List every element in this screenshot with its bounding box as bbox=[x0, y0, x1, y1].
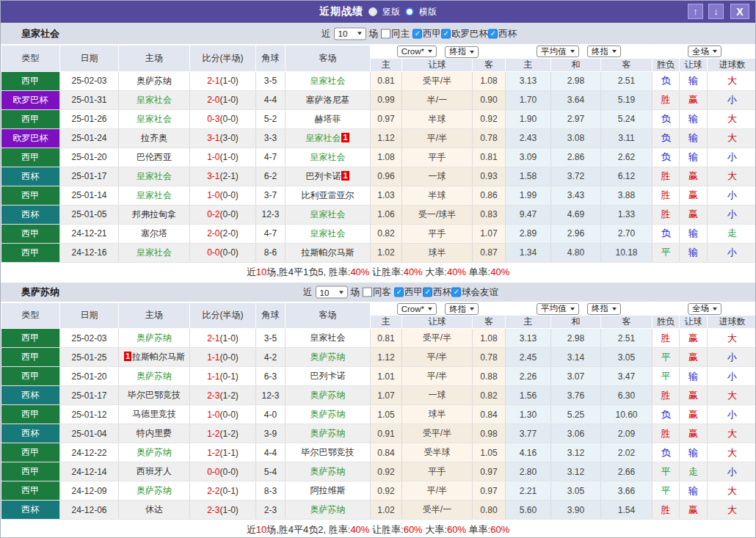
match-row: 西甲25-02-03奥萨苏纳2-1(1-0)3-5皇家社会0.81受平/半1.0… bbox=[1, 329, 756, 348]
home-team: 毕尔巴鄂竞技 bbox=[119, 386, 190, 405]
away-team-name: 毕尔巴鄂竞技 bbox=[302, 447, 355, 457]
match-date: 25-01-12 bbox=[60, 405, 119, 424]
same-venue-label: 同客 bbox=[373, 286, 391, 299]
odds-away: 0.80 bbox=[473, 501, 506, 520]
window-buttons: ↑ ↓ X bbox=[688, 4, 749, 19]
odds-away: 0.86 bbox=[473, 186, 506, 205]
avg-draw: 2.96 bbox=[551, 224, 601, 243]
odds-away: 0.92 bbox=[473, 109, 506, 128]
avg-draw: 3.07 bbox=[551, 367, 601, 386]
average-time-select[interactable]: 终指 bbox=[587, 303, 621, 315]
home-team: 巴伦西亚 bbox=[119, 148, 190, 167]
scope-select[interactable]: 全场 bbox=[688, 46, 722, 57]
result-goals: 小 bbox=[708, 205, 756, 224]
avg-home: 3.09 bbox=[506, 148, 551, 167]
average-source-select[interactable]: 平均值 bbox=[537, 46, 579, 57]
odds-away: 0.97 bbox=[473, 462, 506, 481]
summary-row: 近10场,胜4平1负5, 胜率:40% 让胜率:40% 大率:40% 单率:40… bbox=[1, 263, 755, 283]
scroll-up-button[interactable]: ↑ bbox=[688, 4, 703, 19]
league-filter-checkbox[interactable]: 西甲 bbox=[394, 286, 423, 299]
games-count-select[interactable]: 10 bbox=[316, 286, 348, 299]
corner-count: 2-3 bbox=[256, 501, 286, 520]
odds-source-select[interactable]: Crow* bbox=[397, 303, 437, 315]
score-cell: 3-1(3-0) bbox=[190, 128, 256, 148]
avg-away: 2.70 bbox=[601, 224, 653, 243]
odds-home: 0.81 bbox=[371, 71, 402, 90]
halftime-score: (0-1) bbox=[220, 486, 239, 496]
column-header-avg-home: 主 bbox=[506, 58, 551, 71]
type-cell: 西甲 bbox=[1, 405, 60, 424]
score-cell: 1-2(1-2) bbox=[190, 424, 256, 443]
avg-draw: 4.80 bbox=[551, 243, 601, 262]
column-header-type: 类型 bbox=[1, 302, 60, 329]
league-filter-checkbox[interactable]: 球会友谊 bbox=[451, 286, 498, 299]
avg-home: 1.70 bbox=[506, 90, 551, 109]
home-team: 皇家社会 bbox=[119, 90, 190, 109]
competition-type-badge: 西甲 bbox=[1, 225, 60, 243]
home-team: 皇家社会 bbox=[119, 109, 190, 128]
away-team: 皇家社会 bbox=[286, 71, 371, 90]
same-venue-checkbox[interactable]: 同主 bbox=[381, 27, 410, 40]
avg-draw: 3.90 bbox=[551, 501, 601, 520]
match-row: 西甲25-01-20奥萨苏纳1-1(0-1)6-3巴列卡诺1.01平/半0.88… bbox=[1, 367, 756, 386]
column-header-handicap-result: 让球 bbox=[680, 58, 708, 71]
radio-horizontal-layout[interactable] bbox=[405, 7, 414, 16]
odds-source-select[interactable]: Crow* bbox=[397, 46, 437, 57]
scroll-down-button[interactable]: ↓ bbox=[708, 4, 724, 19]
odds-away: 0.88 bbox=[473, 367, 506, 386]
odds-select-group: Crow* 终指 bbox=[371, 302, 506, 316]
type-cell: 西甲 bbox=[1, 109, 60, 128]
close-button[interactable]: X bbox=[730, 4, 749, 19]
odds-home: 0.97 bbox=[371, 109, 402, 128]
type-cell: 西甲 bbox=[1, 224, 60, 243]
result-handicap: 输 bbox=[680, 481, 708, 501]
league-filter-checkbox[interactable]: 西甲 bbox=[412, 27, 441, 40]
handicap-line: 平手 bbox=[402, 462, 473, 481]
type-cell: 西甲 bbox=[1, 186, 60, 205]
league-filter-checkbox[interactable]: 欧罗巴杯 bbox=[441, 27, 488, 40]
away-team-name: 奥萨苏纳 bbox=[310, 504, 346, 515]
competition-type-badge: 西杯 bbox=[1, 167, 60, 186]
result-goals: 小 bbox=[708, 405, 756, 424]
result-winlose: 负 bbox=[653, 128, 680, 148]
league-filter-checkbox[interactable]: 西杯 bbox=[423, 286, 451, 299]
home-team-name: 西班牙人 bbox=[137, 466, 172, 476]
column-header-avg-draw: 和 bbox=[551, 316, 601, 329]
handicap-line: 平/半 bbox=[402, 367, 473, 386]
avg-away: 3.47 bbox=[601, 367, 653, 386]
odds-time-select[interactable]: 终指 bbox=[445, 303, 479, 315]
avg-home: 9.47 bbox=[506, 205, 551, 224]
handicap-line: 平/半 bbox=[402, 481, 473, 501]
chevron-down-icon bbox=[612, 50, 617, 53]
radio-vertical-layout[interactable] bbox=[368, 7, 377, 16]
away-team: 皇家社会 bbox=[286, 205, 371, 224]
result-goals: 小 bbox=[708, 90, 756, 109]
result-winlose: 负 bbox=[653, 109, 680, 128]
chevron-down-icon bbox=[713, 50, 717, 53]
summary-segment: 40% bbox=[447, 266, 466, 277]
score-cell: 0-2(0-0) bbox=[190, 205, 256, 224]
odds-time-select[interactable]: 终指 bbox=[445, 46, 479, 58]
summary-segment: 40% bbox=[350, 266, 369, 277]
avg-home: 1.99 bbox=[506, 186, 551, 205]
odds-away: 0.97 bbox=[473, 481, 506, 501]
home-team: 奥萨苏纳 bbox=[119, 481, 190, 501]
halftime-score: (1-0) bbox=[220, 505, 239, 515]
games-count-select[interactable]: 10 bbox=[334, 27, 366, 40]
home-team-name: 皇家社会 bbox=[137, 190, 172, 200]
summary-segment: 60% bbox=[490, 524, 509, 535]
same-venue-checkbox[interactable]: 同客 bbox=[363, 286, 391, 299]
result-goals: 小 bbox=[708, 462, 756, 481]
odds-away: 1.05 bbox=[473, 443, 506, 462]
average-time-select[interactable]: 终指 bbox=[587, 46, 621, 57]
avg-away: 3.05 bbox=[601, 348, 653, 367]
scope-select[interactable]: 全场 bbox=[688, 303, 722, 315]
corner-count: 12-3 bbox=[256, 205, 286, 224]
avg-home: 1.34 bbox=[506, 243, 551, 262]
league-filter-checkbox[interactable]: 西杯 bbox=[488, 27, 517, 40]
handicap-line: 平/半 bbox=[402, 348, 473, 367]
average-time-value: 终指 bbox=[592, 46, 608, 57]
result-goals: 大 bbox=[708, 443, 756, 462]
avg-home: 2.43 bbox=[506, 128, 551, 148]
average-source-select[interactable]: 平均值 bbox=[537, 303, 579, 315]
